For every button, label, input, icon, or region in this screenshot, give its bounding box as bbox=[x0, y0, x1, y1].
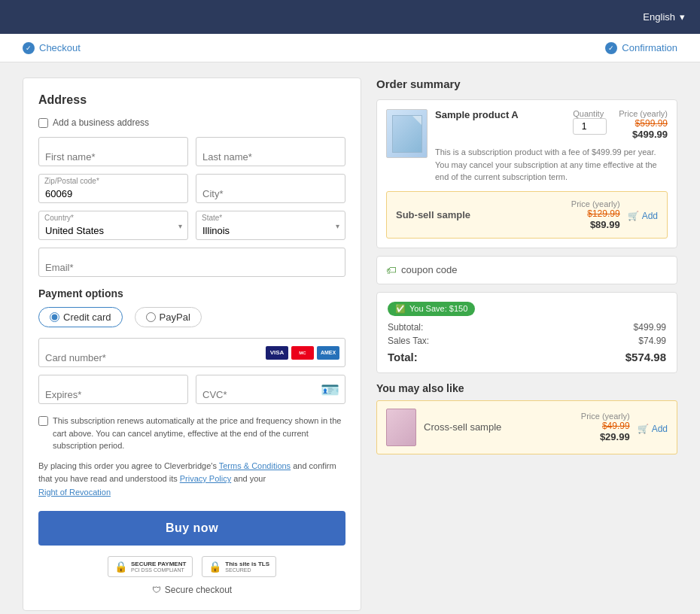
tls-icon: 🔒 bbox=[208, 561, 221, 573]
tls-sub: SECURED bbox=[225, 567, 269, 573]
secure-checkout: 🛡 Secure checkout bbox=[38, 585, 345, 595]
buy-now-button[interactable]: Buy now bbox=[38, 511, 345, 546]
sales-tax-line: Sales Tax: $74.99 bbox=[388, 336, 666, 346]
business-address-row: Add a business address bbox=[38, 117, 345, 128]
subtotal-line: Subtotal: $499.99 bbox=[388, 322, 666, 333]
paypal-label: PayPal bbox=[160, 312, 190, 323]
product-card: Sample product A Quantity Price (yearly)… bbox=[376, 99, 677, 248]
language-label: English bbox=[643, 11, 675, 23]
credit-card-label: Credit card bbox=[63, 312, 111, 323]
sub-sell-add-label: Add bbox=[642, 211, 658, 221]
email-group bbox=[38, 248, 345, 277]
zip-group: Zip/Postal code* bbox=[38, 174, 188, 203]
first-name-group bbox=[38, 137, 188, 166]
subscription-terms-row: This subscription renews automatically a… bbox=[38, 415, 345, 452]
coupon-row[interactable]: 🏷 coupon code bbox=[376, 256, 677, 284]
sub-sell-price-old: $129.99 bbox=[571, 208, 620, 219]
email-input[interactable] bbox=[38, 248, 345, 277]
product-info: Sample product A Quantity Price (yearly)… bbox=[435, 109, 668, 184]
credit-card-option[interactable]: Credit card bbox=[38, 307, 123, 327]
paypal-radio[interactable] bbox=[146, 312, 156, 322]
pci-sub: PCI DSS COMPLIANT bbox=[131, 567, 186, 573]
subtotal-value: $499.99 bbox=[634, 322, 666, 333]
last-name-input[interactable] bbox=[196, 137, 345, 166]
subscription-notice-text: This subscription renews automatically a… bbox=[53, 415, 345, 452]
first-name-input[interactable] bbox=[38, 137, 188, 166]
cross-sell-name: Cross-sell sample bbox=[424, 421, 574, 433]
zip-city-row: Zip/Postal code* bbox=[38, 174, 345, 203]
zip-label: Zip/Postal code* bbox=[44, 177, 99, 185]
savings-amount: You Save: $150 bbox=[409, 304, 467, 313]
tls-title: This site is TLS bbox=[225, 561, 269, 567]
privacy-link[interactable]: Privacy Policy bbox=[180, 474, 231, 483]
agreement-post: and your bbox=[231, 474, 266, 483]
confirmation-step-icon: ✓ bbox=[605, 42, 617, 54]
savings-box: ✅ You Save: $150 Subtotal: $499.99 Sales… bbox=[376, 292, 677, 373]
terms-link[interactable]: Terms & Conditions bbox=[219, 461, 291, 470]
product-main-row: Sample product A Quantity Price (yearly)… bbox=[386, 109, 668, 184]
cart-icon: 🛒 bbox=[628, 211, 639, 221]
secure-checkout-label: Secure checkout bbox=[165, 585, 232, 595]
checkout-step-icon: ✓ bbox=[23, 42, 35, 54]
coupon-label: coupon code bbox=[401, 264, 457, 275]
language-selector[interactable]: English ▾ bbox=[643, 11, 685, 23]
cross-sell-add-label: Add bbox=[652, 424, 668, 434]
savings-badge: ✅ You Save: $150 bbox=[388, 302, 475, 316]
revocation-link[interactable]: Right of Revocation bbox=[38, 488, 111, 497]
sales-tax-label: Sales Tax: bbox=[388, 336, 429, 346]
shield-icon: 🛡 bbox=[152, 585, 161, 595]
country-state-row: Country* United States ▾ State* Illinois… bbox=[38, 211, 345, 240]
expires-input[interactable] bbox=[38, 375, 188, 404]
payment-options-row: Credit card PayPal bbox=[38, 307, 345, 327]
pci-badge: 🔒 SECURE PAYMENT PCI DSS COMPLIANT bbox=[108, 556, 193, 577]
sales-tax-value: $74.99 bbox=[638, 336, 666, 346]
cross-sell-yearly-label: Price (yearly) bbox=[581, 412, 630, 421]
pci-title: SECURE PAYMENT bbox=[131, 561, 186, 567]
also-like-title: You may also like bbox=[376, 382, 677, 394]
email-row bbox=[38, 248, 345, 277]
paypal-option[interactable]: PayPal bbox=[135, 307, 202, 327]
order-summary-title: Order summary bbox=[376, 78, 677, 90]
pci-icon: 🔒 bbox=[114, 561, 127, 573]
cross-sell-price: Price (yearly) $49.99 $29.99 🛒 Add bbox=[581, 412, 668, 442]
cross-sell-add-button[interactable]: 🛒 Add bbox=[638, 424, 668, 434]
subscription-terms-checkbox[interactable] bbox=[38, 416, 48, 426]
qty-price-cols: Quantity Price (yearly) $599.99 $499.99 bbox=[573, 109, 668, 140]
sub-sell-add-button[interactable]: 🛒 Add bbox=[628, 211, 658, 221]
cross-sell-price-col: Price (yearly) $49.99 $29.99 bbox=[581, 412, 630, 442]
agreement-pre: By placing this order you agree to Cleve… bbox=[38, 461, 219, 470]
card-number-wrap: VISA MC AMEX bbox=[38, 338, 345, 367]
breadcrumb-checkout: ✓ Checkout bbox=[23, 42, 81, 54]
card-icons: VISA MC AMEX bbox=[266, 346, 339, 360]
quantity-input[interactable] bbox=[573, 118, 607, 135]
cross-sell-image bbox=[386, 409, 416, 446]
cross-sell-cart-icon: 🛒 bbox=[638, 424, 649, 434]
total-line: Total: $574.98 bbox=[388, 351, 666, 363]
chevron-down-icon: ▾ bbox=[680, 11, 685, 23]
coupon-tag-icon: 🏷 bbox=[386, 264, 397, 276]
qty-col: Quantity bbox=[573, 109, 607, 135]
sub-sell-yearly-label: Price (yearly) bbox=[571, 199, 620, 208]
breadcrumb-confirmation-label: Confirmation bbox=[622, 42, 677, 53]
top-navigation: English ▾ bbox=[0, 0, 700, 34]
cross-sell-price-old: $49.99 bbox=[581, 421, 630, 431]
amex-icon: AMEX bbox=[317, 346, 339, 360]
left-panel: Address Add a business address Zip/Posta… bbox=[23, 78, 361, 611]
visa-icon: VISA bbox=[266, 346, 288, 360]
pci-badge-text: SECURE PAYMENT PCI DSS COMPLIANT bbox=[131, 561, 186, 573]
credit-card-radio[interactable] bbox=[50, 312, 59, 322]
expires-cvc-row: 🪪 bbox=[38, 375, 345, 404]
business-address-checkbox[interactable] bbox=[38, 118, 48, 128]
cross-sell-info: Cross-sell sample bbox=[424, 421, 574, 433]
tls-badge: 🔒 This site is TLS SECURED bbox=[202, 556, 276, 577]
city-input[interactable] bbox=[196, 174, 345, 203]
expires-group bbox=[38, 375, 188, 404]
mastercard-icon: MC bbox=[291, 346, 314, 360]
agreement-text: By placing this order you agree to Cleve… bbox=[38, 460, 345, 500]
product-img-inner bbox=[392, 115, 422, 153]
product-price-old: $599.99 bbox=[635, 118, 668, 129]
main-content: Address Add a business address Zip/Posta… bbox=[0, 62, 700, 614]
sub-sell-price: Price (yearly) $129.99 $89.99 🛒 Add bbox=[571, 199, 658, 230]
payment-section-title: Payment options bbox=[38, 287, 345, 299]
city-group bbox=[196, 174, 345, 203]
